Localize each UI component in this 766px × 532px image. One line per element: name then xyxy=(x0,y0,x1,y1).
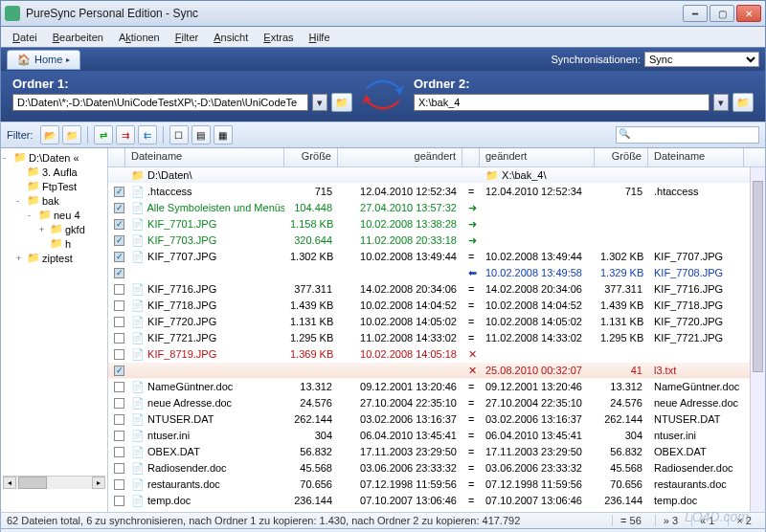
sync-arrows-icon xyxy=(362,78,404,112)
close-button[interactable]: ✕ xyxy=(736,5,761,22)
menu-extras[interactable]: Extras xyxy=(256,30,301,45)
table-row[interactable]: 📄 KIF_7716.JPG377.31114.02.2008 20:34:06… xyxy=(108,281,765,298)
table-row[interactable]: 📄 Radiosender.doc45.56803.06.2006 23:33:… xyxy=(108,460,765,477)
filter-label: Filter: xyxy=(7,129,34,141)
menu-filter[interactable]: Filter xyxy=(168,30,206,45)
col-date2[interactable]: geändert xyxy=(480,148,595,166)
col-size1[interactable]: Größe xyxy=(284,148,338,166)
table-row[interactable]: 📄 KIF_7701.JPG1.158 KB10.02.2008 13:38:2… xyxy=(108,216,765,233)
table-header: Dateiname Größe geändert geändert Größe … xyxy=(108,148,765,167)
table-row[interactable]: ⬅10.02.2008 13:49:581.329 KBKIF_7708.JPG xyxy=(108,265,765,281)
syncselect-dropdown[interactable]: Sync xyxy=(644,52,759,67)
status-right: » 3 xyxy=(655,515,686,526)
filter-btn-left[interactable]: ⇇ xyxy=(138,125,157,144)
watermark: LO4D.com xyxy=(685,509,749,524)
home-tab-label: Home xyxy=(34,54,62,65)
syncselect-label: Synchronisationen: xyxy=(551,54,641,65)
folder2-dropdown-icon[interactable]: ▾ xyxy=(713,94,729,111)
table-row[interactable]: 📄 KIF_7718.JPG1.439 KB10.02.2008 14:04:5… xyxy=(108,298,765,314)
folder2-label: Ordner 2: xyxy=(414,77,754,91)
folder1-label: Ordner 1: xyxy=(12,77,352,91)
tree-node[interactable]: 📁h xyxy=(3,236,105,251)
table-row[interactable]: 📄 temp.doc236.14407.10.2007 13:06:46=07.… xyxy=(108,493,765,509)
tree-node[interactable]: -📁neu 4 xyxy=(3,208,105,222)
vertical-scrollbar[interactable] xyxy=(750,167,765,512)
view-btn-2[interactable]: ▤ xyxy=(192,125,211,144)
filter-btn-1[interactable]: 📂 xyxy=(40,125,59,144)
folder2-path-input[interactable] xyxy=(414,94,710,111)
menu-bearbeiten[interactable]: Bearbeiten xyxy=(45,30,111,45)
window-title: PureSync Personal Edition - Sync xyxy=(26,7,683,20)
table-row[interactable]: 📄 Alle Symboleisten und Menüs.c104.44827… xyxy=(108,200,765,216)
folder2-browse-button[interactable]: 📁 xyxy=(732,93,754,112)
folder1-dropdown-icon[interactable]: ▾ xyxy=(312,94,327,111)
main-split: -📁D:\Daten « 📁3. Aufla 📁FtpTest-📁bak-📁ne… xyxy=(0,148,766,512)
col-size2[interactable]: Größe xyxy=(595,148,648,166)
folder1-browse-button[interactable]: 📁 xyxy=(331,93,352,112)
home-icon: 🏠 xyxy=(17,54,31,66)
status-equal: = 56 xyxy=(612,515,649,526)
menu-aktionen[interactable]: Aktionen xyxy=(111,30,168,45)
path-row: 📁 D:\Daten\📁 X:\bak_4\ xyxy=(108,167,765,184)
menu-ansicht[interactable]: Ansicht xyxy=(206,30,256,45)
tree-node[interactable]: 📁3. Aufla xyxy=(3,165,105,179)
tree-node[interactable]: -📁D:\Daten « xyxy=(3,150,105,165)
filter-btn-2[interactable]: 📁 xyxy=(62,125,81,144)
status-text: 62 Dateien total, 6 zu synchronisieren, … xyxy=(7,515,520,526)
table-row[interactable]: ✕25.08.2010 00:32:0741l3.txt xyxy=(108,363,765,379)
col-name2[interactable]: Dateiname xyxy=(648,148,744,166)
table-row[interactable]: 📄 KIF_7720.JPG1.131 KB10.02.2008 14:05:0… xyxy=(108,314,765,330)
tab-row: 🏠 Home ▸ Synchronisationen: Sync xyxy=(0,48,766,71)
menubar: DDateiatei Bearbeiten Aktionen Filter An… xyxy=(0,27,766,48)
filter-btn-right[interactable]: ⇉ xyxy=(116,125,135,144)
tree-node[interactable]: +📁ziptest xyxy=(3,251,105,265)
table-row[interactable]: 📄 NTUSER.DAT262.14403.02.2006 13:16:37=0… xyxy=(108,411,765,428)
table-row[interactable]: 📄 KIF_7707.JPG1.302 KB10.02.2008 13:49:4… xyxy=(108,249,765,265)
search-input[interactable] xyxy=(616,126,759,144)
file-table: Dateiname Größe geändert geändert Größe … xyxy=(108,148,765,512)
table-row[interactable]: 📄 ntuser.ini30406.04.2010 13:45:41=06.04… xyxy=(108,428,765,444)
table-row[interactable]: 📄 KIF_8719.JPG1.369 KB10.02.2008 14:05:1… xyxy=(108,346,765,363)
minimize-button[interactable]: ━ xyxy=(683,5,708,22)
table-row[interactable]: 📄 KIF_7721.JPG1.295 KB11.02.2008 14:33:0… xyxy=(108,330,765,346)
folder-header: Ordner 1: ▾ 📁 Ordner 2: ▾ 📁 xyxy=(0,71,766,122)
tree-node[interactable]: 📁FtpTest xyxy=(3,179,105,193)
titlebar: PureSync Personal Edition - Sync ━ ▢ ✕ xyxy=(0,0,766,27)
table-row[interactable]: 📄 restaurants.doc70.65607.12.1998 11:59:… xyxy=(108,477,765,493)
col-name1[interactable]: Dateiname xyxy=(125,148,284,166)
table-row[interactable]: 📄 NameGüntner.doc13.31209.12.2001 13:20:… xyxy=(108,379,765,395)
filter-btn-equal[interactable]: ⇄ xyxy=(94,125,113,144)
view-btn-1[interactable]: ☐ xyxy=(169,125,189,144)
status-bar: 62 Dateien total, 6 zu synchronisieren, … xyxy=(0,512,766,529)
menu-datei[interactable]: DDateiatei xyxy=(5,30,45,45)
table-row[interactable]: 📄 OBEX.DAT56.83217.11.2003 23:29:50=17.1… xyxy=(108,444,765,460)
table-body[interactable]: 📁 D:\Daten\📁 X:\bak_4\📄 .htaccess71512.0… xyxy=(108,167,765,510)
tree-node[interactable]: -📁bak xyxy=(3,193,105,208)
tree-node[interactable]: +📁gkfd xyxy=(3,222,105,236)
view-btn-3[interactable]: ▦ xyxy=(214,125,233,144)
col-date1[interactable]: geändert xyxy=(338,148,462,166)
maximize-button[interactable]: ▢ xyxy=(710,5,734,22)
table-row[interactable]: 📄 neue Adresse.doc24.57627.10.2004 22:35… xyxy=(108,395,765,411)
folder1-path-input[interactable] xyxy=(12,94,308,111)
tab-dropdown-icon[interactable]: ▸ xyxy=(66,55,70,64)
app-icon xyxy=(5,6,20,21)
table-row[interactable]: 📄 KIF_7703.JPG320.64411.02.2008 20:33:18… xyxy=(108,233,765,249)
tree-hscroll[interactable]: ◂▸ xyxy=(3,476,105,489)
home-tab[interactable]: 🏠 Home ▸ xyxy=(7,50,80,70)
toolbar: Filter: 📂 📁 ⇄ ⇉ ⇇ ☐ ▤ ▦ xyxy=(0,122,766,148)
menu-hilfe[interactable]: Hilfe xyxy=(302,30,338,45)
table-row[interactable]: 📄 .htaccess71512.04.2010 12:52:34=12.04.… xyxy=(108,184,765,200)
folder-tree[interactable]: -📁D:\Daten « 📁3. Aufla 📁FtpTest-📁bak-📁ne… xyxy=(1,148,108,512)
